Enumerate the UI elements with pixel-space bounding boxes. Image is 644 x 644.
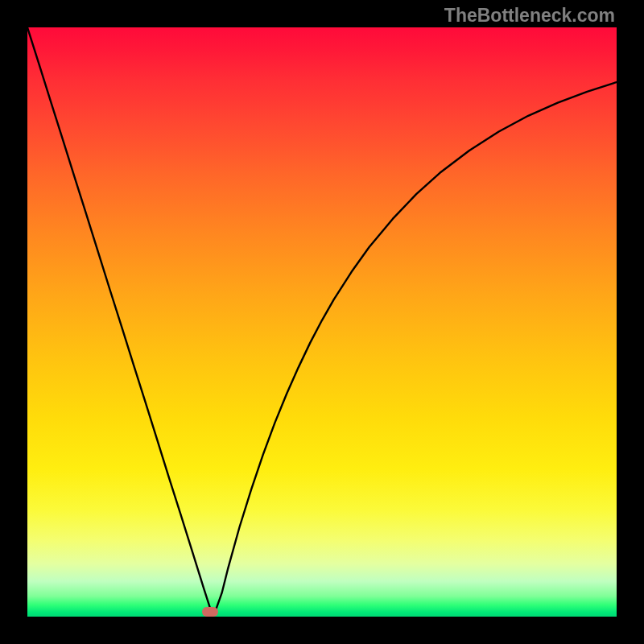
plot-area xyxy=(27,27,617,617)
chart-frame: TheBottleneck.com xyxy=(0,0,644,644)
attribution-text: TheBottleneck.com xyxy=(444,5,615,27)
bottleneck-curve xyxy=(27,27,617,609)
curve-svg xyxy=(27,27,617,617)
optimal-point-marker xyxy=(202,607,218,617)
